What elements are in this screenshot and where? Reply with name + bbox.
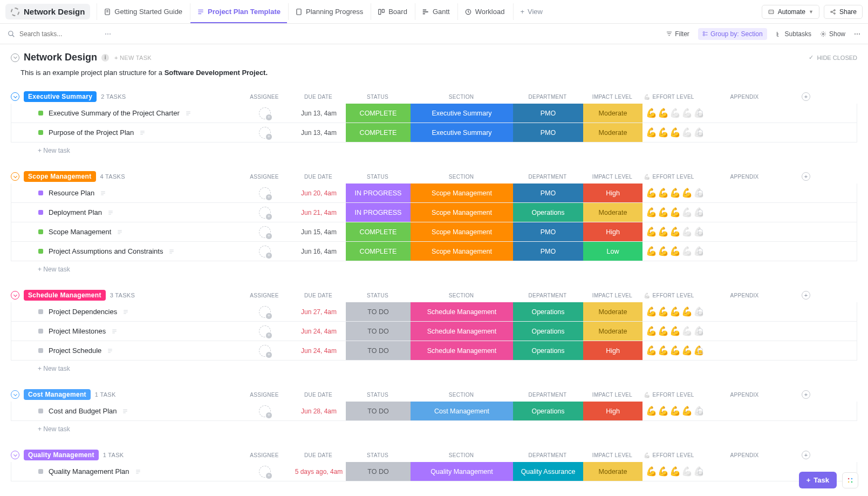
add-column-button[interactable]: + bbox=[802, 172, 810, 181]
due-date[interactable]: 5 days ago, 4am bbox=[292, 468, 346, 475]
info-icon[interactable]: i bbox=[101, 54, 109, 62]
due-date[interactable]: Jun 16, 4am bbox=[292, 248, 346, 255]
description-icon[interactable] bbox=[117, 229, 123, 235]
status-cell[interactable]: COMPLETE bbox=[346, 242, 411, 261]
show-button[interactable]: Show bbox=[820, 30, 845, 38]
appendix-cell[interactable] bbox=[696, 467, 794, 476]
group-pill[interactable]: Schedule Management bbox=[24, 290, 106, 301]
description-icon[interactable] bbox=[185, 111, 192, 116]
new-task-fab[interactable]: + Task bbox=[799, 472, 837, 488]
status-cell[interactable]: IN PROGRESS bbox=[346, 203, 411, 222]
assignee-add[interactable] bbox=[259, 325, 271, 337]
effort-cell[interactable]: 💪💪💪💪💪 bbox=[643, 187, 696, 199]
section-cell[interactable]: Scope Management bbox=[411, 242, 513, 261]
appendix-cell[interactable] bbox=[696, 128, 794, 137]
appendix-cell[interactable] bbox=[696, 109, 794, 118]
department-cell[interactable]: Operations bbox=[513, 203, 583, 222]
section-cell[interactable]: Executive Summary bbox=[411, 104, 513, 123]
task-row[interactable]: Deployment Plan Jun 21, 4am IN PROGRESS … bbox=[11, 203, 857, 222]
status-cell[interactable]: TO DO bbox=[346, 302, 411, 321]
description-icon[interactable] bbox=[107, 210, 114, 215]
department-cell[interactable]: PMO bbox=[513, 104, 583, 123]
appendix-cell[interactable] bbox=[696, 407, 794, 416]
appendix-cell[interactable] bbox=[696, 228, 794, 236]
due-date[interactable]: Jun 24, 4am bbox=[292, 328, 346, 335]
description-icon[interactable] bbox=[135, 469, 141, 474]
effort-cell[interactable]: 💪💪💪💪💪 bbox=[643, 207, 696, 218]
group-collapse-icon[interactable] bbox=[11, 172, 19, 181]
status-cell[interactable]: COMPLETE bbox=[346, 222, 411, 241]
due-date[interactable]: Jun 15, 4am bbox=[292, 228, 346, 236]
tab-board[interactable]: Board bbox=[371, 3, 414, 20]
tab-gantt[interactable]: Gantt bbox=[415, 3, 456, 20]
task-row[interactable]: Resource Plan Jun 20, 4am IN PROGRESS Sc… bbox=[11, 184, 857, 203]
status-cell[interactable]: COMPLETE bbox=[346, 123, 411, 142]
page-collapse-icon[interactable] bbox=[11, 53, 19, 62]
more-menu-icon[interactable]: ⋯ bbox=[854, 30, 860, 38]
effort-cell[interactable]: 💪💪💪💪💪 bbox=[643, 107, 696, 119]
new-task-row[interactable]: + New task bbox=[11, 261, 857, 273]
apps-fab[interactable] bbox=[842, 472, 858, 488]
filter-button[interactable]: Filter bbox=[666, 30, 689, 38]
status-dot[interactable] bbox=[38, 249, 43, 254]
effort-cell[interactable]: 💪💪💪💪💪 bbox=[643, 405, 696, 417]
status-cell[interactable]: COMPLETE bbox=[346, 104, 411, 123]
impact-cell[interactable]: High bbox=[583, 184, 643, 202]
add-column-button[interactable]: + bbox=[802, 390, 810, 399]
department-cell[interactable]: Operations bbox=[513, 402, 583, 420]
section-cell[interactable]: Scope Management bbox=[411, 184, 513, 202]
groupby-button[interactable]: Group by: Section bbox=[698, 28, 767, 40]
section-cell[interactable]: Schedule Management bbox=[411, 341, 513, 360]
due-date[interactable]: Jun 21, 4am bbox=[292, 209, 346, 216]
group-collapse-icon[interactable] bbox=[11, 390, 19, 399]
section-cell[interactable]: Scope Management bbox=[411, 222, 513, 241]
appendix-cell[interactable] bbox=[696, 346, 794, 355]
status-dot[interactable] bbox=[38, 309, 43, 314]
status-dot[interactable] bbox=[38, 111, 43, 115]
due-date[interactable]: Jun 13, 4am bbox=[292, 110, 346, 117]
group-collapse-icon[interactable] bbox=[11, 291, 19, 300]
department-cell[interactable]: Operations bbox=[513, 302, 583, 321]
share-button[interactable]: Share bbox=[824, 5, 863, 19]
group-pill[interactable]: Cost Management bbox=[24, 389, 91, 400]
more-icon[interactable]: ⋯ bbox=[100, 30, 115, 38]
appendix-cell[interactable] bbox=[696, 189, 794, 198]
add-view[interactable]: + View bbox=[513, 3, 549, 20]
task-row[interactable]: Project Milestones Jun 24, 4am TO DO Sch… bbox=[11, 322, 857, 341]
tab-workload[interactable]: Workload bbox=[457, 3, 511, 20]
status-dot[interactable] bbox=[38, 409, 43, 413]
assignee-add[interactable] bbox=[259, 127, 271, 139]
section-cell[interactable]: Scope Management bbox=[411, 203, 513, 222]
appendix-cell[interactable] bbox=[696, 308, 794, 316]
section-cell[interactable]: Quality Management bbox=[411, 462, 513, 481]
subtasks-button[interactable]: Subtasks bbox=[776, 30, 811, 38]
tab-planning-progress[interactable]: Planning Progress bbox=[288, 3, 370, 20]
effort-cell[interactable]: 💪💪💪💪💪 bbox=[643, 466, 696, 477]
description-icon[interactable] bbox=[122, 409, 128, 414]
group-collapse-icon[interactable] bbox=[11, 92, 19, 101]
assignee-add[interactable] bbox=[259, 246, 271, 257]
group-pill[interactable]: Scope Management bbox=[24, 171, 96, 182]
new-task-row[interactable]: + New task bbox=[11, 142, 857, 154]
status-dot[interactable] bbox=[38, 469, 43, 474]
status-cell[interactable]: TO DO bbox=[346, 462, 411, 481]
description-icon[interactable] bbox=[107, 348, 113, 354]
group-collapse-icon[interactable] bbox=[11, 451, 19, 459]
impact-cell[interactable]: High bbox=[583, 222, 643, 241]
due-date[interactable]: Jun 20, 4am bbox=[292, 189, 346, 197]
new-task-row[interactable]: + New task bbox=[11, 361, 857, 372]
add-column-button[interactable]: + bbox=[802, 451, 810, 459]
impact-cell[interactable]: High bbox=[583, 341, 643, 360]
impact-cell[interactable]: Moderate bbox=[583, 322, 643, 341]
impact-cell[interactable]: Moderate bbox=[583, 462, 643, 481]
status-dot[interactable] bbox=[38, 329, 43, 334]
status-dot[interactable] bbox=[38, 210, 43, 215]
task-row[interactable]: Project Dependencies Jun 27, 4am TO DO S… bbox=[11, 302, 857, 322]
status-dot[interactable] bbox=[38, 191, 43, 195]
description-icon[interactable] bbox=[122, 309, 129, 315]
task-row[interactable]: Purpose of the Project Plan Jun 13, 4am … bbox=[11, 123, 857, 142]
new-task-row[interactable]: + New task bbox=[11, 421, 857, 433]
assignee-add[interactable] bbox=[259, 306, 271, 318]
impact-cell[interactable]: Moderate bbox=[583, 302, 643, 321]
appendix-cell[interactable] bbox=[696, 247, 794, 256]
